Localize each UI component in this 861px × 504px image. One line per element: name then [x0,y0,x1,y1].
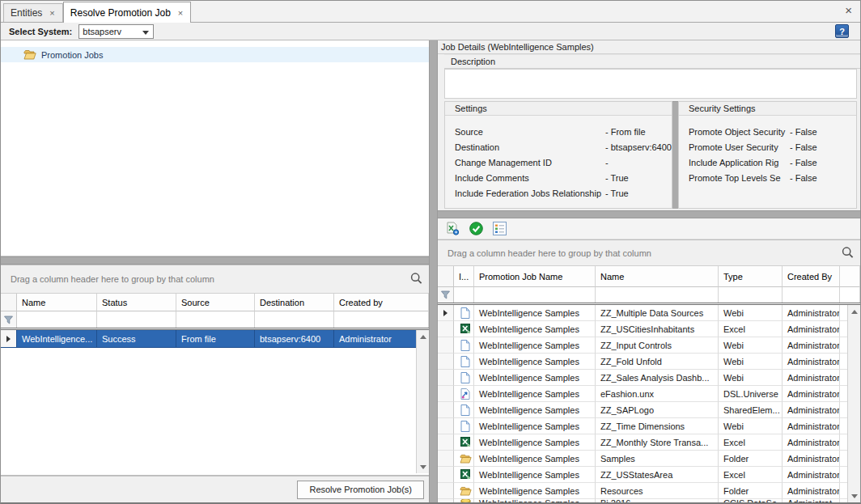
table-cell: CCIS.DataSo... [719,499,783,502]
horizontal-splitter[interactable] [1,256,429,265]
table-cell: Administrator [334,330,429,348]
tab-resolve-promotion-job[interactable]: Resolve Promotion Job × [63,2,192,23]
row-marker [438,451,454,467]
table-row[interactable]: WebIntelligence SamplesZZ_Time Dimension… [438,418,860,434]
scroll-down-button[interactable] [417,460,429,473]
table-cell: Excel [719,434,783,451]
tree-item-promotion-jobs[interactable]: Promotion Jobs [1,47,429,62]
settings-panel-title: Settings [445,102,672,116]
table-cell: WebIntelligence Samples [474,370,596,386]
table-row[interactable]: WebIntelligence SamplesZZ_Fold UnfoldWeb… [438,354,860,370]
table-cell: Administrator [783,434,840,451]
vertical-scrollbar[interactable] [416,330,429,473]
security-setting-value: - False [790,142,817,152]
table-cell: WebIntelligence Samples [474,467,596,483]
table-row[interactable]: WebIntelligence SamplesZZ_Sales Analysis… [438,370,860,386]
column-header-source[interactable]: Source [176,294,255,311]
filter-cell[interactable] [255,311,334,328]
scroll-up-button[interactable] [417,330,429,343]
security-setting-row: Promote Object Security- False [689,124,856,139]
table-row[interactable]: WebIntelligence SamplesSamplesFolderAdmi… [438,451,860,467]
column-header-created-by[interactable]: Created by [334,294,429,311]
table-row[interactable]: WebIntelligence SamplesZZ_USStatesAreaEx… [438,467,860,483]
system-select[interactable]: btsapserv [78,24,154,39]
table-cell: DSL.Universe [719,386,783,402]
tab-close-icon[interactable]: × [177,8,184,18]
search-icon[interactable] [842,246,854,260]
folder-icon [459,486,472,496]
filter-row [438,287,860,305]
setting-row: Include Federation Jobs Relationship- Tr… [455,185,672,201]
column-header-name[interactable]: Name [17,294,97,311]
help-button[interactable]: ? [835,24,849,38]
table-cell: Success [97,330,176,348]
table-cell: WebIntelligence Samples [474,483,596,499]
filter-cell[interactable] [474,287,596,303]
column-header-promotion-job-name[interactable]: Promotion Job Name [474,266,596,287]
details-list-icon[interactable] [491,221,507,237]
panel-divider [672,101,678,209]
header-gutter [438,266,454,287]
security-setting-row: Include Application Rig- False [689,155,856,170]
column-header-i-[interactable]: I... [454,266,474,287]
table-row[interactable]: WebIntelligence SampleseFashion.unxDSL.U… [438,386,860,402]
table-cell: ZZ_Multiple Data Sources [596,305,719,321]
row-marker [438,467,454,483]
table-row[interactable]: WebIntelligence...SuccessFrom filebtsaps… [1,330,429,348]
vertical-scrollbar[interactable] [847,305,860,502]
row-marker [438,321,454,337]
setting-label: Include Comments [455,173,605,183]
object-type-icon-cell [454,370,474,386]
scroll-up-button[interactable] [848,305,860,318]
table-row[interactable]: WebIntelligence SamplesZZ_USCitiesInhabi… [438,321,860,337]
filter-cell[interactable] [719,287,783,303]
table-cell: eFashion.unx [596,386,719,402]
tab-bar: Entities × Resolve Promotion Job × × [1,1,860,23]
table-cell: Administrator [783,483,840,499]
row-marker [438,402,454,418]
filter-cell[interactable] [840,287,860,303]
table-cell: ZZ_USCitiesInhabitants [596,321,719,337]
filter-cell[interactable] [176,311,255,328]
search-icon[interactable] [410,273,422,286]
table-cell: Webi [719,305,783,321]
export-to-excel-icon[interactable] [444,221,460,237]
universe-icon [459,388,472,400]
column-header-status[interactable]: Status [97,294,176,311]
column-header-created-by[interactable]: Created By [783,266,840,287]
table-row[interactable]: WebIntelligence SamplesZZ_Input Controls… [438,337,860,354]
filter-cell[interactable] [596,287,719,303]
filter-cell[interactable] [454,287,474,303]
table-row[interactable]: WebIntelligence SamplesZZ_Monthly Store … [438,434,860,451]
table-cell: Webi [719,354,783,370]
tab-close-icon[interactable]: × [49,8,55,18]
horizontal-splitter[interactable] [438,210,860,218]
tab-entities[interactable]: Entities × [3,3,63,22]
security-setting-label: Include Application Rig [689,158,790,167]
webi-doc-icon [459,372,472,383]
filter-cell[interactable] [334,311,429,328]
filter-cell[interactable] [783,287,840,303]
filter-cell[interactable] [17,311,97,328]
scroll-down-button[interactable] [848,489,860,502]
system-select-value: btsapserv [83,27,121,36]
column-header-name[interactable]: Name [596,266,719,287]
table-row[interactable]: WebIntelligence SamplesResourcesFolderAd… [438,483,860,499]
promotion-jobs-tree: Promotion Jobs [1,40,429,256]
left-pane: Promotion Jobs Drag a column header here… [1,40,429,502]
commit-check-icon[interactable] [468,221,484,237]
table-row[interactable]: WebIntelligence SamplesBi 2016CCIS.DataS… [438,499,860,502]
filter-cell[interactable] [97,311,176,328]
resolve-promotion-jobs-button[interactable]: Resolve Promotion Job(s) [297,481,424,499]
vertical-splitter[interactable] [429,40,438,502]
row-marker [438,370,454,386]
folder-icon [459,454,472,464]
column-header-type[interactable]: Type [719,266,783,287]
tab-resolve-label: Resolve Promotion Job [70,7,171,19]
table-row[interactable]: WebIntelligence SamplesZZ_SAPLogoSharedE… [438,402,860,418]
table-row[interactable]: WebIntelligence SamplesZZ_Multiple Data … [438,305,860,321]
window-close-icon[interactable]: × [845,4,852,16]
table-cell: Administrator [783,370,840,386]
column-header-destination[interactable]: Destination [255,294,334,311]
header-gutter [1,294,17,311]
